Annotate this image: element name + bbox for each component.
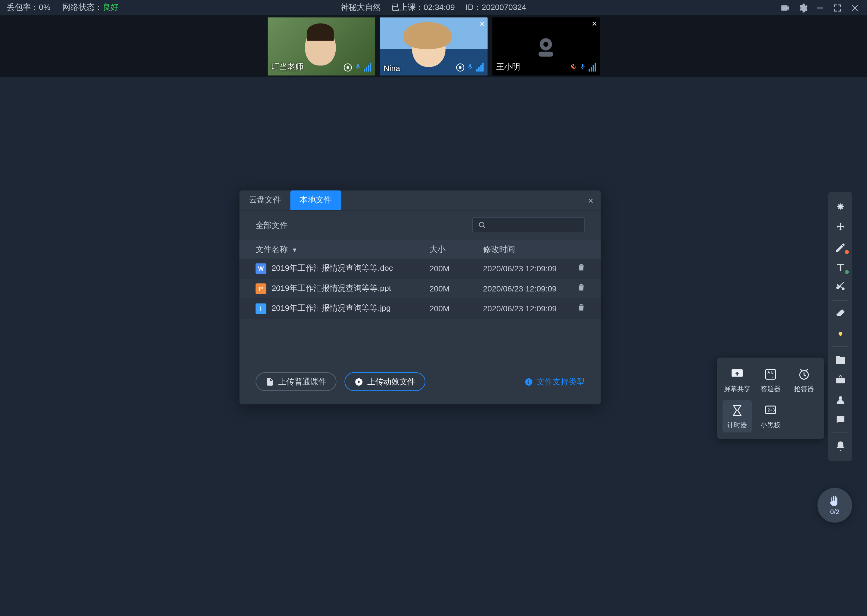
file-type-icon: W <box>255 263 266 274</box>
upload-normal-button[interactable]: 上传普通课件 <box>255 372 337 391</box>
participant-name: Nina <box>383 63 400 73</box>
tile-close-icon[interactable]: × <box>479 19 485 28</box>
svg-text:A: A <box>768 370 770 374</box>
packet-loss: 丢包率：0% <box>6 2 50 14</box>
tool-chat[interactable] <box>828 410 852 430</box>
search-icon <box>478 221 487 229</box>
fullscreen-icon[interactable] <box>832 2 843 13</box>
svg-text:✓: ✓ <box>771 375 774 379</box>
settings-icon[interactable] <box>798 2 808 13</box>
tool-folder[interactable] <box>828 349 852 370</box>
file-size: 200M <box>430 284 483 293</box>
tool-toolbox[interactable] <box>828 370 852 390</box>
col-name[interactable]: 文件名称▼ <box>255 244 430 255</box>
mic-icon <box>467 62 473 72</box>
delete-button[interactable] <box>577 303 603 314</box>
tools-popover: 屏幕共享 AB✓答题器 抢答器 计时器 2+3小黑板 <box>717 358 824 439</box>
file-mtime: 2020/06/23 12:09:09 <box>483 264 577 273</box>
svg-rect-2 <box>539 52 553 56</box>
tool-eraser[interactable] <box>828 303 852 324</box>
video-tile[interactable]: × Nina <box>380 17 487 75</box>
raise-hand-button[interactable]: 0/2 <box>817 488 852 523</box>
signal-icon <box>476 63 483 72</box>
tab-local-files[interactable]: 本地文件 <box>290 190 341 210</box>
top-bar: 丢包率：0% 网络状态：良好 神秘大自然 已上课：02:34:09 ID：202… <box>0 0 867 15</box>
video-strip: 叮当老师 × Nina × 王小明 <box>0 15 867 77</box>
minimize-icon[interactable] <box>815 2 826 13</box>
col-size[interactable]: 大小 <box>430 244 483 255</box>
tool-user[interactable] <box>828 390 852 410</box>
delete-button[interactable] <box>577 283 603 294</box>
file-mtime: 2020/06/23 12:09:09 <box>483 304 577 313</box>
table-row[interactable]: I2019年工作汇报情况查询等等.jpg200M2020/06/23 12:09… <box>239 299 601 319</box>
signal-icon <box>588 63 596 72</box>
tool-blackboard[interactable]: 2+3小黑板 <box>756 400 785 432</box>
supported-types-link[interactable]: 文件支持类型 <box>525 376 585 387</box>
tool-scissors[interactable] <box>828 277 852 297</box>
file-type-icon: P <box>255 283 266 294</box>
camera-icon <box>456 63 464 72</box>
tool-pen[interactable] <box>828 237 852 258</box>
svg-point-14 <box>839 396 842 400</box>
class-title: 神秘大自然 <box>341 2 381 14</box>
tool-bell[interactable] <box>828 436 852 456</box>
camera-icon <box>344 63 352 72</box>
mic-icon <box>579 62 585 72</box>
file-dialog: 云盘文件 本地文件 × 全部文件 文件名称▼ 大小 修改时间 W2019年工作汇… <box>239 190 601 404</box>
video-tile[interactable]: 叮当老师 <box>267 17 375 75</box>
tool-buzzer[interactable]: 抢答器 <box>789 364 819 396</box>
col-mtime[interactable]: 修改时间 <box>483 244 577 255</box>
svg-rect-0 <box>817 7 823 8</box>
record-icon[interactable] <box>780 2 791 13</box>
tool-quiz[interactable]: AB✓答题器 <box>756 364 785 396</box>
mic-icon <box>354 62 361 72</box>
table-row[interactable]: W2019年工作汇报情况查询等等.doc200M2020/06/23 12:09… <box>239 259 601 279</box>
tool-laser[interactable] <box>828 197 852 217</box>
svg-text:B: B <box>771 370 774 374</box>
tile-close-icon[interactable]: × <box>592 19 597 28</box>
file-name: P2019年工作汇报情况查询等等.ppt <box>255 283 430 294</box>
dialog-close-icon[interactable]: × <box>581 190 601 210</box>
network-status: 网络状态：良好 <box>62 2 118 14</box>
table-row[interactable]: P2019年工作汇报情况查询等等.ppt200M2020/06/23 12:09… <box>239 279 601 299</box>
mic-off-icon <box>569 62 576 72</box>
session-id: ID：2020070324 <box>465 2 526 14</box>
svg-text:2+3: 2+3 <box>768 407 775 412</box>
right-toolbar <box>828 192 852 461</box>
file-name: W2019年工作汇报情况查询等等.doc <box>255 262 430 274</box>
hand-count: 0/2 <box>830 508 840 515</box>
file-size: 200M <box>430 264 483 273</box>
svg-point-12 <box>839 332 842 335</box>
participant-name: 叮当老师 <box>271 61 303 73</box>
svg-rect-13 <box>836 378 845 383</box>
file-mtime: 2020/06/23 12:09:09 <box>483 284 577 293</box>
upload-dynamic-button[interactable]: 上传动效文件 <box>344 372 426 391</box>
tool-color[interactable] <box>828 323 852 344</box>
whiteboard-area[interactable]: 云盘文件 本地文件 × 全部文件 文件名称▼ 大小 修改时间 W2019年工作汇… <box>0 77 867 616</box>
tool-screen-share[interactable]: 屏幕共享 <box>722 364 752 396</box>
file-type-icon: I <box>255 303 266 314</box>
close-icon[interactable] <box>850 2 861 13</box>
file-size: 200M <box>430 304 483 313</box>
tool-move[interactable] <box>828 217 852 237</box>
svg-point-3 <box>543 41 548 46</box>
file-name: I2019年工作汇报情况查询等等.jpg <box>255 303 430 314</box>
tool-text[interactable] <box>828 257 852 277</box>
video-tile[interactable]: × 王小明 <box>492 17 600 75</box>
tool-timer[interactable]: 计时器 <box>722 400 752 432</box>
table-header: 文件名称▼ 大小 修改时间 <box>239 240 601 259</box>
delete-button[interactable] <box>577 262 603 274</box>
signal-icon <box>364 63 371 72</box>
participant-name: 王小明 <box>496 61 520 73</box>
breadcrumb: 全部文件 <box>255 220 288 231</box>
tab-cloud-files[interactable]: 云盘文件 <box>239 190 290 210</box>
elapsed-time: 已上课：02:34:09 <box>391 2 455 14</box>
search-input[interactable] <box>472 217 585 233</box>
